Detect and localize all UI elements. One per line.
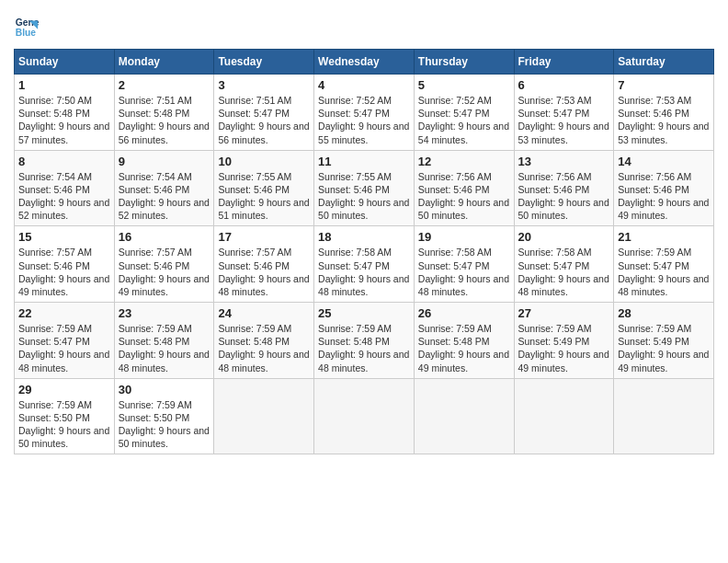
calendar-day-10: 10 Sunrise: 7:55 AMSunset: 5:46 PMDaylig…: [214, 150, 314, 226]
day-info: Sunrise: 7:54 AMSunset: 5:46 PMDaylight:…: [18, 171, 109, 222]
calendar-day-11: 11 Sunrise: 7:55 AMSunset: 5:46 PMDaylig…: [314, 150, 415, 226]
calendar-day-4: 4 Sunrise: 7:52 AMSunset: 5:47 PMDayligh…: [314, 75, 415, 151]
logo: General Blue: [14, 14, 43, 40]
calendar-day-30: 30 Sunrise: 7:59 AMSunset: 5:50 PMDaylig…: [114, 378, 214, 454]
day-info: Sunrise: 7:59 AMSunset: 5:50 PMDaylight:…: [18, 399, 109, 450]
day-number: 19: [418, 230, 510, 244]
calendar-day-19: 19 Sunrise: 7:58 AMSunset: 5:47 PMDaylig…: [414, 226, 514, 303]
day-info: Sunrise: 7:59 AMSunset: 5:48 PMDaylight:…: [218, 323, 309, 373]
svg-text:Blue: Blue: [16, 28, 37, 38]
day-info: Sunrise: 7:53 AMSunset: 5:47 PMDaylight:…: [518, 95, 609, 145]
calendar-table: SundayMondayTuesdayWednesdayThursdayFrid…: [14, 49, 714, 454]
calendar-day-9: 9 Sunrise: 7:54 AMSunset: 5:46 PMDayligh…: [114, 150, 214, 226]
day-info: Sunrise: 7:59 AMSunset: 5:48 PMDaylight:…: [418, 323, 509, 373]
day-number: 13: [518, 155, 610, 168]
day-number: 18: [318, 230, 410, 244]
day-info: Sunrise: 7:55 AMSunset: 5:46 PMDaylight:…: [318, 171, 409, 222]
day-number: 6: [518, 78, 610, 92]
day-number: 24: [218, 306, 310, 320]
day-number: 9: [119, 155, 210, 168]
day-number: 5: [418, 78, 510, 92]
calendar-day-18: 18 Sunrise: 7:58 AMSunset: 5:47 PMDaylig…: [314, 226, 415, 303]
empty-cell: [514, 378, 614, 454]
day-info: Sunrise: 7:54 AMSunset: 5:46 PMDaylight:…: [119, 171, 210, 222]
day-info: Sunrise: 7:51 AMSunset: 5:47 PMDaylight:…: [218, 95, 309, 145]
day-info: Sunrise: 7:57 AMSunset: 5:46 PMDaylight:…: [119, 247, 210, 297]
calendar-day-27: 27 Sunrise: 7:59 AMSunset: 5:49 PMDaylig…: [514, 303, 614, 379]
day-number: 21: [618, 230, 710, 244]
day-info: Sunrise: 7:57 AMSunset: 5:46 PMDaylight:…: [18, 247, 109, 297]
day-info: Sunrise: 7:58 AMSunset: 5:47 PMDaylight:…: [418, 247, 509, 297]
calendar-day-5: 5 Sunrise: 7:52 AMSunset: 5:47 PMDayligh…: [414, 75, 514, 151]
day-info: Sunrise: 7:59 AMSunset: 5:49 PMDaylight:…: [518, 323, 609, 373]
calendar-day-8: 8 Sunrise: 7:54 AMSunset: 5:46 PMDayligh…: [15, 150, 115, 226]
calendar-day-12: 12 Sunrise: 7:56 AMSunset: 5:46 PMDaylig…: [414, 150, 514, 226]
day-info: Sunrise: 7:52 AMSunset: 5:47 PMDaylight:…: [418, 95, 509, 145]
calendar-week-2: 8 Sunrise: 7:54 AMSunset: 5:46 PMDayligh…: [15, 150, 714, 226]
day-info: Sunrise: 7:58 AMSunset: 5:47 PMDaylight:…: [318, 247, 409, 297]
calendar-day-21: 21 Sunrise: 7:59 AMSunset: 5:47 PMDaylig…: [614, 226, 714, 303]
day-number: 14: [618, 155, 710, 168]
weekday-header-saturday: Saturday: [614, 50, 714, 75]
day-number: 10: [218, 155, 310, 168]
weekday-header-sunday: Sunday: [15, 50, 115, 75]
day-number: 30: [119, 383, 210, 396]
day-number: 15: [18, 230, 110, 244]
day-info: Sunrise: 7:52 AMSunset: 5:47 PMDaylight:…: [318, 95, 409, 145]
day-number: 20: [518, 230, 610, 244]
day-info: Sunrise: 7:59 AMSunset: 5:48 PMDaylight:…: [318, 323, 409, 373]
day-info: Sunrise: 7:59 AMSunset: 5:47 PMDaylight:…: [618, 247, 709, 297]
calendar-day-14: 14 Sunrise: 7:56 AMSunset: 5:46 PMDaylig…: [614, 150, 714, 226]
empty-cell: [214, 378, 314, 454]
day-info: Sunrise: 7:59 AMSunset: 5:50 PMDaylight:…: [119, 399, 210, 450]
calendar-day-2: 2 Sunrise: 7:51 AMSunset: 5:48 PMDayligh…: [114, 75, 214, 151]
weekday-header-monday: Monday: [114, 50, 214, 75]
day-number: 2: [119, 78, 210, 92]
calendar-week-3: 15 Sunrise: 7:57 AMSunset: 5:46 PMDaylig…: [15, 226, 714, 303]
day-info: Sunrise: 7:56 AMSunset: 5:46 PMDaylight:…: [518, 171, 609, 222]
day-number: 1: [18, 78, 110, 92]
day-number: 27: [518, 306, 610, 320]
day-info: Sunrise: 7:56 AMSunset: 5:46 PMDaylight:…: [618, 171, 709, 222]
day-info: Sunrise: 7:55 AMSunset: 5:46 PMDaylight:…: [218, 171, 309, 222]
day-info: Sunrise: 7:59 AMSunset: 5:49 PMDaylight:…: [618, 323, 709, 373]
weekday-header-thursday: Thursday: [414, 50, 514, 75]
day-number: 22: [18, 306, 110, 320]
day-info: Sunrise: 7:58 AMSunset: 5:47 PMDaylight:…: [518, 247, 609, 297]
day-number: 7: [618, 78, 710, 92]
day-number: 16: [119, 230, 210, 244]
day-number: 12: [418, 155, 510, 168]
calendar-day-17: 17 Sunrise: 7:57 AMSunset: 5:46 PMDaylig…: [214, 226, 314, 303]
empty-cell: [614, 378, 714, 454]
day-number: 4: [318, 78, 410, 92]
day-info: Sunrise: 7:56 AMSunset: 5:46 PMDaylight:…: [418, 171, 509, 222]
day-number: 29: [18, 383, 110, 396]
day-number: 8: [18, 155, 110, 168]
weekday-header-tuesday: Tuesday: [214, 50, 314, 75]
weekday-header-friday: Friday: [514, 50, 614, 75]
empty-cell: [314, 378, 415, 454]
calendar-day-13: 13 Sunrise: 7:56 AMSunset: 5:46 PMDaylig…: [514, 150, 614, 226]
day-number: 28: [618, 306, 710, 320]
day-info: Sunrise: 7:59 AMSunset: 5:47 PMDaylight:…: [18, 323, 109, 373]
calendar-day-1: 1 Sunrise: 7:50 AMSunset: 5:48 PMDayligh…: [15, 75, 115, 151]
calendar-day-23: 23 Sunrise: 7:59 AMSunset: 5:48 PMDaylig…: [114, 303, 214, 379]
calendar-week-1: 1 Sunrise: 7:50 AMSunset: 5:48 PMDayligh…: [15, 75, 714, 151]
empty-cell: [414, 378, 514, 454]
day-info: Sunrise: 7:53 AMSunset: 5:46 PMDaylight:…: [618, 95, 709, 145]
calendar-day-22: 22 Sunrise: 7:59 AMSunset: 5:47 PMDaylig…: [15, 303, 115, 379]
calendar-day-26: 26 Sunrise: 7:59 AMSunset: 5:48 PMDaylig…: [414, 303, 514, 379]
day-number: 25: [318, 306, 410, 320]
weekday-header-wednesday: Wednesday: [314, 50, 415, 75]
header: General Blue: [14, 14, 714, 40]
calendar-day-25: 25 Sunrise: 7:59 AMSunset: 5:48 PMDaylig…: [314, 303, 415, 379]
day-info: Sunrise: 7:51 AMSunset: 5:48 PMDaylight:…: [119, 95, 210, 145]
calendar-day-28: 28 Sunrise: 7:59 AMSunset: 5:49 PMDaylig…: [614, 303, 714, 379]
calendar-day-20: 20 Sunrise: 7:58 AMSunset: 5:47 PMDaylig…: [514, 226, 614, 303]
calendar-week-4: 22 Sunrise: 7:59 AMSunset: 5:47 PMDaylig…: [15, 303, 714, 379]
day-number: 26: [418, 306, 510, 320]
day-number: 17: [218, 230, 310, 244]
calendar-day-15: 15 Sunrise: 7:57 AMSunset: 5:46 PMDaylig…: [15, 226, 115, 303]
day-number: 11: [318, 155, 410, 168]
day-info: Sunrise: 7:50 AMSunset: 5:48 PMDaylight:…: [18, 95, 109, 145]
